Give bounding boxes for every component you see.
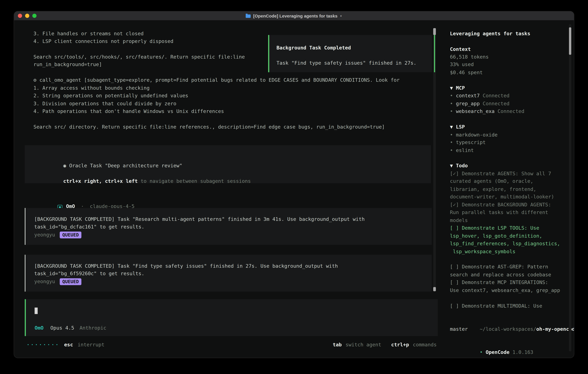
prompt-input[interactable]: OmO Opus 4.5 Anthropic: [25, 299, 438, 336]
todo-line-done: curated agents (OmO, oracle,: [450, 177, 533, 185]
message-block: [BACKGROUND TASK COMPLETED] Task "Find t…: [25, 255, 432, 291]
esc-key-hint: esc: [64, 341, 73, 349]
oracle-hint: ctrl+x right, ctrl+x left to navigate be…: [33, 170, 251, 193]
scroll-line: 1. Array access without bounds checking: [33, 84, 149, 92]
notification-body: Task "Find type safety issues" finished …: [276, 59, 416, 67]
bullet-icon: •: [450, 108, 453, 114]
spinner-dots: ········: [27, 341, 60, 349]
opencode-version-row: • OpenCode 1.0.163: [450, 341, 533, 358]
zoom-button[interactable]: [32, 14, 36, 18]
context-heading: Context: [450, 46, 471, 53]
todo-line-active: lsp_find_references, lsp_diagnostics,: [450, 240, 560, 248]
todo-line-pending: [ ] Demonstrate MCP INTEGRATIONS:: [450, 279, 548, 286]
tab-key-hint: tab: [333, 341, 342, 349]
sidebar-scrollbar-thumb[interactable]: [569, 27, 571, 55]
context-used: 33% used: [450, 61, 474, 69]
oracle-hint-keys: ctrl+x right, ctrl+x left: [63, 178, 137, 184]
todo-section-heading[interactable]: ▼ Todo: [450, 162, 468, 170]
bullet-icon: •: [450, 93, 453, 98]
todo-line-done: librarian, explore, frontend,: [450, 186, 536, 193]
lsp-item: • typescript: [450, 139, 486, 146]
todo-line-done: document-writer, multimodal-looker): [450, 193, 554, 201]
todo-line-done: Run parallel tasks with different: [450, 209, 548, 216]
context-spent: $0.46 spent: [450, 69, 483, 76]
bullet-icon: •: [450, 132, 453, 137]
scroll-line: 3. File handles or streams not closed: [33, 30, 144, 38]
mcp-item: • context7 Connected: [450, 92, 510, 100]
message-block: [BACKGROUND TASK COMPLETED] Task "Resear…: [25, 208, 432, 245]
tool-call-line: ⚙ call_omo_agent [subagent_type=explore,…: [33, 76, 400, 84]
tab-key-label: switch agent: [346, 341, 381, 349]
scroll-line: Search src/ directory. Return specific f…: [33, 123, 385, 131]
message-meta: yeongyu QUEUED: [34, 278, 82, 286]
bullet-icon: •: [480, 349, 483, 355]
folder-icon: [246, 14, 251, 18]
sidebar-scrollbar-track[interactable]: [569, 24, 571, 351]
opencode-name: OpenCode: [486, 349, 510, 355]
main-scrollbar-thumb[interactable]: [433, 28, 436, 35]
oracle-icon: ◉: [63, 163, 66, 168]
lsp-item: • eslint: [450, 147, 474, 155]
text-cursor: [35, 308, 38, 314]
todo-line-done: models: [450, 217, 468, 224]
scroll-line: Search src/tools/, src/hooks/, src/featu…: [33, 53, 245, 61]
bullet-icon: •: [450, 147, 453, 153]
notification-title: Background Task Completed: [276, 44, 351, 52]
statusbar-right: tab switch agent ctrl+p commands: [333, 341, 437, 349]
bullet-icon: •: [450, 101, 453, 106]
titlebar: [OpenCode] Leveraging agents for tasks ◐: [14, 11, 574, 21]
input-meta-row: OmO Opus 4.5 Anthropic: [35, 324, 106, 332]
notification-edge-accent: [434, 35, 435, 72]
status-badge: QUEUED: [60, 231, 82, 238]
message-line: [BACKGROUND TASK COMPLETED] Task "Find t…: [34, 262, 338, 270]
scroll-line: 4. LSP client connections not properly d…: [33, 38, 173, 45]
oracle-task-block: ◉ Oracle Task "Deep architecture review"…: [25, 145, 431, 183]
input-provider-name: Anthropic: [80, 324, 106, 332]
todo-line-pending: [ ] Demonstrate AST-GREP: Pattern: [450, 263, 548, 271]
todo-line-pending: [ ] Demonstrate MULTIMODAL: Use: [450, 302, 542, 310]
todo-line-active: [ ] Demonstrate LSP TOOLS: Use: [450, 224, 539, 232]
workspace-path: ~/local-workspaces/oh-my-opencode:: [450, 318, 574, 341]
esc-key-label: interrupt: [78, 341, 105, 349]
message-meta: yeongyu QUEUED: [34, 231, 82, 239]
minimize-button[interactable]: [25, 14, 29, 18]
message-line: task_id="bg_6f59260c" to get results.: [34, 270, 144, 278]
scroll-line: 2. String operations on potentially unde…: [33, 92, 188, 100]
lsp-section-heading[interactable]: ▼ LSP: [450, 123, 465, 131]
statusbar-left: ········ esc interrupt: [27, 341, 105, 349]
traffic-lights: [18, 11, 37, 20]
close-button[interactable]: [18, 14, 22, 18]
scroll-line: 4. Path operations that don't handle Win…: [33, 108, 224, 115]
context-tokens: 66,518 tokens: [450, 53, 489, 61]
background-task-notification: Background Task Completed Task "Find typ…: [268, 35, 432, 72]
scroll-line: 3. Division operations that could divide…: [33, 100, 176, 108]
window-title-text: [OpenCode] Leveraging agents for tasks: [253, 13, 337, 18]
progress-half-icon: ◐: [340, 14, 342, 18]
window-title: [OpenCode] Leveraging agents for tasks ◐: [246, 13, 342, 18]
todo-line-pending: search and replace across codebase: [450, 271, 551, 279]
message-author: yeongyu: [34, 278, 55, 286]
todo-line-done: [✓] Demonstrate BACKGROUND AGENTS:: [450, 201, 551, 209]
input-model-name: Opus 4.5: [50, 324, 74, 332]
todo-line-done: [✓] Demonstrate AGENTS: Show all 7: [450, 170, 551, 177]
screen: [OpenCode] Leveraging agents for tasks ◐…: [0, 0, 588, 374]
todo-line-active: lsp_hover, lsp_goto_definition,: [450, 232, 542, 240]
main-scrollbar-thumb-bottom[interactable]: [433, 287, 436, 291]
message-author: yeongyu: [34, 231, 55, 239]
ctrlp-key-hint: ctrl+p: [391, 341, 409, 349]
mcp-item: • grep_app Connected: [450, 100, 510, 108]
bullet-icon: •: [450, 140, 453, 145]
mcp-section-heading[interactable]: ▼ MCP: [450, 84, 465, 92]
todo-line-active: lsp_workspace_symbols: [450, 248, 515, 256]
status-badge: QUEUED: [60, 278, 82, 285]
scroll-line: run_in_background=true]: [33, 61, 102, 69]
message-line: task_id="bg_dcfac161" to get results.: [34, 223, 144, 231]
workspace-branch: master: [450, 325, 468, 333]
terminal-window: [OpenCode] Leveraging agents for tasks ◐…: [14, 11, 574, 358]
terminal-content: 3. File handles or streams not closed 4.…: [14, 21, 574, 358]
sidebar-title: Leveraging agents for tasks: [450, 30, 530, 38]
message-line: [BACKGROUND TASK COMPLETED] Task "Resear…: [34, 216, 365, 223]
input-agent-name: OmO: [35, 324, 43, 332]
ctrlp-key-label: commands: [413, 341, 437, 349]
lsp-item: • markdown-oxide: [450, 131, 498, 139]
